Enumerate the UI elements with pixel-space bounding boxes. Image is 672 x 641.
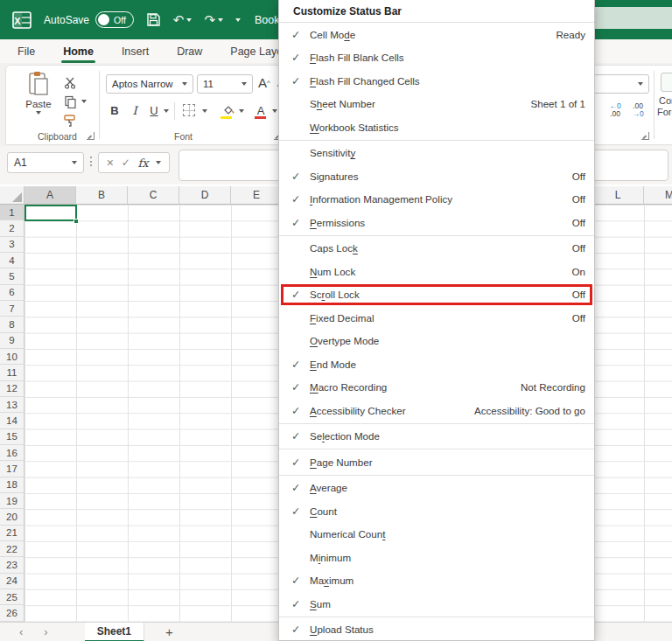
conditional-formatting-label-line2[interactable]: Form xyxy=(657,107,672,117)
number-dialog-launcher[interactable] xyxy=(641,132,649,140)
menu-item-macro-recording[interactable]: ✓Macro RecordingNot Recording xyxy=(279,376,594,400)
menu-item-information-management-policy[interactable]: ✓Information Management PolicyOff xyxy=(279,188,594,212)
insert-function-button[interactable]: fx xyxy=(137,157,148,170)
column-header-m[interactable]: M xyxy=(644,186,672,205)
font-color-dropdown-icon[interactable] xyxy=(272,109,277,113)
copy-button[interactable] xyxy=(62,94,78,109)
cut-button[interactable] xyxy=(62,74,78,90)
row-header-11[interactable]: 11 xyxy=(0,365,24,380)
tab-file[interactable]: File xyxy=(16,42,37,61)
redo-button[interactable]: ↷ xyxy=(204,12,223,28)
fill-color-button[interactable] xyxy=(220,101,235,120)
menu-item-sum[interactable]: ✓Sum xyxy=(279,592,594,616)
add-sheet-button[interactable]: + xyxy=(165,624,173,639)
menu-item-average[interactable]: ✓Average xyxy=(279,477,594,500)
row-header-2[interactable]: 2 xyxy=(0,220,24,236)
copy-dropdown-icon[interactable] xyxy=(81,100,87,103)
tab-home[interactable]: Home xyxy=(61,42,95,61)
menu-item-sheet-number[interactable]: Sheet NumberSheet 1 of 1 xyxy=(279,93,594,116)
enter-button[interactable]: ✓ xyxy=(122,157,130,169)
quick-access-toolbar-button[interactable] xyxy=(235,18,241,22)
menu-item-flash-fill-changed-cells[interactable]: ✓Flash Fill Changed Cells xyxy=(279,69,594,93)
paste-dropdown-icon[interactable] xyxy=(36,111,41,115)
menu-item-permissions[interactable]: ✓PermissionsOff xyxy=(279,211,594,234)
row-header-1[interactable]: 1 xyxy=(0,205,24,220)
font-size-combo[interactable]: 11 xyxy=(197,74,253,94)
menu-item-workbook-statistics[interactable]: Workbook Statistics xyxy=(279,115,594,139)
menu-item-count[interactable]: ✓Count xyxy=(279,499,594,523)
borders-button[interactable] xyxy=(183,104,195,116)
next-sheet-button[interactable]: › xyxy=(44,625,47,638)
row-header-24[interactable]: 24 xyxy=(0,574,24,589)
italic-button[interactable]: I xyxy=(127,101,143,120)
column-header-e[interactable]: E xyxy=(231,186,283,205)
underline-dropdown-icon[interactable] xyxy=(164,109,169,113)
column-header-a[interactable]: A xyxy=(24,186,76,205)
increase-decimal-button[interactable]: .00 →0 xyxy=(627,102,648,118)
menu-item-cell-mode[interactable]: ✓Cell ModeReady xyxy=(279,23,594,46)
font-name-combo[interactable]: Aptos Narrow xyxy=(106,74,193,94)
tab-draw[interactable]: Draw xyxy=(175,42,204,61)
autosave-control[interactable]: AutoSave Off xyxy=(44,11,134,28)
menu-item-caps-lock[interactable]: Caps LockOff xyxy=(279,237,594,261)
tab-insert[interactable]: Insert xyxy=(120,42,150,61)
row-header-9[interactable]: 9 xyxy=(0,333,24,349)
select-all-button[interactable] xyxy=(0,186,24,205)
formula-bar-grip[interactable] xyxy=(90,157,92,166)
menu-item-minimum[interactable]: Minimum xyxy=(279,546,594,569)
menu-item-fixed-decimal[interactable]: Fixed DecimalOff xyxy=(279,306,594,330)
fx-dropdown-icon[interactable] xyxy=(156,161,161,164)
row-header-19[interactable]: 19 xyxy=(0,493,24,509)
row-header-20[interactable]: 20 xyxy=(0,509,24,525)
row-header-25[interactable]: 25 xyxy=(0,589,24,605)
undo-dropdown-icon[interactable] xyxy=(186,18,192,22)
menu-item-overtype-mode[interactable]: Overtype Mode xyxy=(279,330,594,353)
selected-cell-a1[interactable] xyxy=(24,205,77,221)
save-button[interactable] xyxy=(146,12,161,27)
prev-sheet-button[interactable]: ‹ xyxy=(19,625,23,638)
row-header-17[interactable]: 17 xyxy=(0,461,24,477)
format-painter-button[interactable] xyxy=(62,113,78,129)
menu-item-accessibility-checker[interactable]: ✓Accessibility CheckerAccessibility: Goo… xyxy=(279,399,594,422)
menu-item-scroll-lock[interactable]: ✓Scroll LockOff xyxy=(279,283,594,307)
conditional-formatting-label-line1[interactable]: Con xyxy=(659,95,672,106)
menu-item-upload-status[interactable]: ✓Upload Status xyxy=(279,618,594,641)
row-header-14[interactable]: 14 xyxy=(0,413,24,428)
menu-item-num-lock[interactable]: Num LockOn xyxy=(279,260,594,283)
menu-item-maximum[interactable]: ✓Maximum xyxy=(279,569,594,593)
menu-item-flash-fill-blank-cells[interactable]: ✓Flash Fill Blank Cells xyxy=(279,46,594,70)
font-color-button[interactable]: A xyxy=(253,101,269,120)
row-header-26[interactable]: 26 xyxy=(0,605,24,621)
column-header-c[interactable]: C xyxy=(128,186,179,205)
row-header-5[interactable]: 5 xyxy=(0,268,24,284)
bold-button[interactable]: B xyxy=(107,101,122,120)
column-header-d[interactable]: D xyxy=(179,186,231,205)
column-header-b[interactable]: B xyxy=(76,186,128,205)
menu-item-page-number[interactable]: ✓Page Number xyxy=(279,450,594,474)
row-header-8[interactable]: 8 xyxy=(0,317,24,332)
fill-color-dropdown-icon[interactable] xyxy=(239,109,244,113)
clipboard-dialog-launcher[interactable] xyxy=(87,132,94,140)
underline-button[interactable]: U xyxy=(146,101,162,120)
row-header-15[interactable]: 15 xyxy=(0,429,24,445)
row-header-16[interactable]: 16 xyxy=(0,445,24,461)
autosave-toggle[interactable]: Off xyxy=(95,11,134,28)
decrease-decimal-button[interactable]: ←0 .00 xyxy=(605,102,626,118)
row-header-22[interactable]: 22 xyxy=(0,541,24,557)
row-header-12[interactable]: 12 xyxy=(0,381,24,397)
row-header-4[interactable]: 4 xyxy=(0,253,24,268)
sheet-tab-sheet1[interactable]: Sheet1 xyxy=(85,623,144,641)
row-header-7[interactable]: 7 xyxy=(0,301,24,317)
menu-item-signatures[interactable]: ✓SignaturesOff xyxy=(279,164,594,188)
row-header-23[interactable]: 23 xyxy=(0,557,24,573)
row-header-6[interactable]: 6 xyxy=(0,285,24,301)
paste-button[interactable]: Paste xyxy=(18,71,59,134)
menu-item-sensitivity[interactable]: Sensitivity xyxy=(279,142,594,165)
row-header-13[interactable]: 13 xyxy=(0,397,24,413)
increase-font-size-button[interactable]: A^ xyxy=(258,73,270,92)
name-box[interactable]: A1 xyxy=(7,152,84,173)
undo-button[interactable]: ↶ xyxy=(173,12,192,28)
redo-dropdown-icon[interactable] xyxy=(218,18,223,22)
borders-dropdown-icon[interactable] xyxy=(202,109,207,113)
row-header-3[interactable]: 3 xyxy=(0,237,24,253)
